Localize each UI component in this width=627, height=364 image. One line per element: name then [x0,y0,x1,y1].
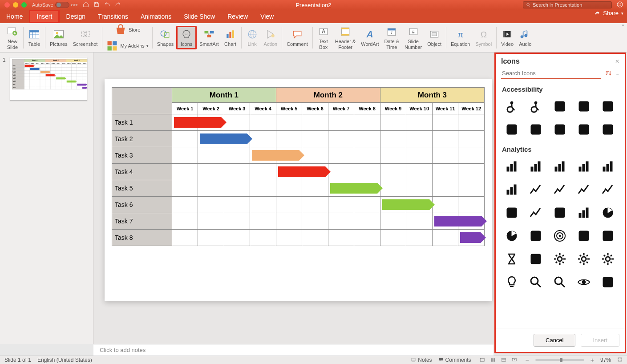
closed-caption-icon[interactable] [598,97,618,116]
datetime-button[interactable]: 7 Date & Time [381,24,402,50]
undo-icon[interactable] [104,1,110,9]
tab-view[interactable]: View [254,10,280,23]
wordart-button[interactable]: A WordArt [358,27,381,48]
reading-view-icon[interactable] [499,356,509,364]
maximize-window-icon[interactable] [21,2,27,8]
slide-indicator[interactable]: Slide 1 of 1 [4,357,31,363]
language-indicator[interactable]: English (United States) [37,357,92,363]
presentation-pie-icon[interactable] [598,203,618,222]
radar-icon[interactable] [574,226,594,246]
store-button[interactable]: Store [104,23,150,36]
slide[interactable]: Month 1Month 2Month 3Week 1Week 2Week 3W… [105,79,492,301]
slide-thumbnail-1[interactable]: Month 1Month 2Month 3Week 1Week 2Week 3W… [10,57,87,101]
collapse-ribbon-icon[interactable]: ˄ [622,24,624,30]
tab-insert[interactable]: Insert [29,10,60,23]
textbox-button[interactable]: A Text Box [315,24,332,50]
tab-design[interactable]: Design [60,10,92,23]
line-chart-volatile-icon[interactable] [526,203,546,222]
search-presentation-input[interactable]: Search in Presentation [523,1,612,8]
braille-icon[interactable] [574,120,594,139]
feedback-icon[interactable] [616,1,623,9]
deaf-icon[interactable] [574,97,594,116]
my-addins-button[interactable]: My Add-ins▾ [104,39,150,53]
redo-icon[interactable] [115,1,121,9]
link-button[interactable]: Link [243,27,261,48]
chart-button[interactable]: Chart [222,27,239,48]
bar-chart-down-icon[interactable] [502,180,522,199]
table-button[interactable]: Table [25,27,43,48]
zoom-percent[interactable]: 97% [600,357,611,363]
save-icon[interactable] [93,1,100,9]
share-button[interactable]: Share ▾ [594,10,623,16]
bar-chart-rising-icon[interactable] [574,157,594,176]
bar-chart-2-icon[interactable] [526,157,546,176]
fit-to-window-icon[interactable] [617,357,623,364]
pictures-button[interactable]: Pictures [47,27,70,48]
home-icon[interactable] [83,1,89,9]
family-accessible-icon[interactable] [550,97,570,116]
icons-button[interactable]: Icons [178,27,195,48]
magnifier-chart-icon[interactable] [550,272,570,292]
gears-icon[interactable] [574,249,594,269]
search-icons-input[interactable] [501,68,601,79]
tab-transitions[interactable]: Transitions [92,10,134,23]
lightbulb-icon[interactable] [502,272,522,292]
zoom-out-icon[interactable]: − [526,356,529,364]
line-chart-decline-icon[interactable] [598,180,618,199]
slideshow-view-icon[interactable] [510,356,519,364]
wheelchair-icon[interactable] [502,97,522,116]
line-chart-axes-icon[interactable] [574,180,594,199]
minimize-window-icon[interactable] [13,2,18,8]
line-chart-down-icon[interactable] [526,180,546,199]
cancel-button[interactable]: Cancel [534,334,575,347]
tty-icon[interactable] [598,120,618,139]
sign-language-icon[interactable] [526,120,546,139]
comments-toggle[interactable]: Comments [438,357,471,363]
zoom-in-icon[interactable]: + [591,356,594,364]
sort-icon[interactable] [605,69,612,78]
close-panel-icon[interactable]: ✕ [615,58,619,65]
wheelchair-active-icon[interactable] [526,97,546,116]
comment-button[interactable]: Comment [284,27,311,48]
zoom-slider[interactable] [535,359,584,361]
close-window-icon[interactable] [4,2,10,8]
line-chart-icon[interactable] [550,180,570,199]
tab-review[interactable]: Review [221,10,254,23]
venn-diagram-icon[interactable] [526,226,546,246]
captions-filled-icon[interactable] [502,120,522,139]
new-slide-button[interactable]: New Slide [4,24,21,50]
scatter-chart-icon[interactable] [502,203,522,222]
shapes-button[interactable]: Shapes [154,27,176,48]
symbol-button[interactable]: Ω Symbol [473,27,494,48]
slide-number-button[interactable]: # Slide Number [402,24,425,50]
equation-button[interactable]: π Equation [448,27,473,48]
smartart-button[interactable]: SmartArt [197,27,221,48]
gear-icon[interactable] [550,249,570,269]
bar-chart-growth-icon[interactable] [598,157,618,176]
notes-toggle[interactable]: Notes [411,357,432,363]
notes-pane[interactable]: Click to add notes [93,344,494,356]
magnifier-icon[interactable] [526,272,546,292]
presentation-bars-icon[interactable] [574,203,594,222]
object-button[interactable]: Object [425,27,444,48]
autosave-toggle[interactable]: AutoSave OFF [32,2,78,8]
action-button[interactable]: Action [261,27,280,48]
normal-view-icon[interactable] [477,356,487,364]
bar-chart-declining-icon[interactable] [550,157,570,176]
tab-slideshow[interactable]: Slide Show [178,10,221,23]
header-footer-button[interactable]: Header & Footer [332,24,358,50]
eye-icon[interactable] [574,272,594,292]
brain-gear-icon[interactable] [598,249,618,269]
tab-home[interactable]: Home [0,10,29,23]
audio-button[interactable]: Audio [516,27,534,48]
bar-chart-icon[interactable] [502,157,522,176]
chevron-down-icon[interactable]: ⌄ [615,71,619,77]
sorter-view-icon[interactable] [488,356,498,364]
stopwatch-icon[interactable] [526,249,546,269]
qr-code-icon[interactable] [598,272,618,292]
video-button[interactable]: Video [498,27,516,48]
pie-chart-icon[interactable] [502,226,522,246]
presentation-chart-icon[interactable] [550,203,570,222]
gauge-icon[interactable] [598,226,618,246]
tab-animations[interactable]: Animations [134,10,178,23]
